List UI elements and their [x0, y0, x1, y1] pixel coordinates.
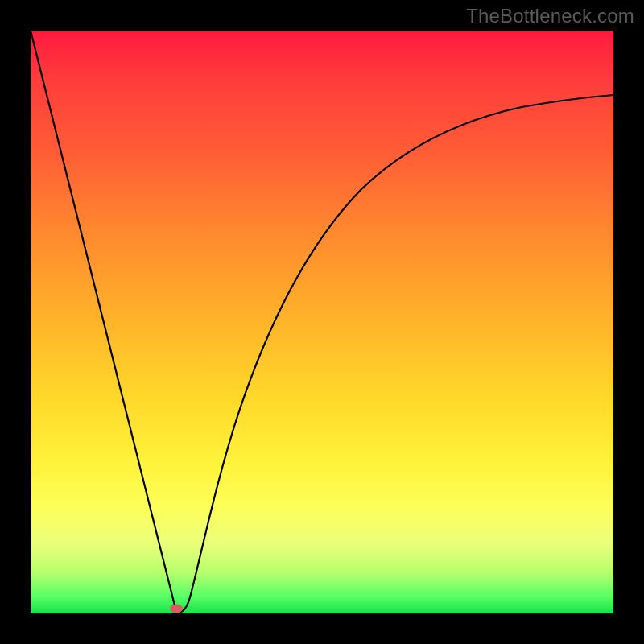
plot-area	[31, 31, 613, 613]
chart-frame: TheBottleneck.com	[0, 0, 644, 644]
optimal-point-marker	[170, 605, 183, 613]
watermark-text: TheBottleneck.com	[466, 5, 634, 27]
bottleneck-curve	[31, 31, 613, 613]
curve-path	[31, 31, 613, 613]
